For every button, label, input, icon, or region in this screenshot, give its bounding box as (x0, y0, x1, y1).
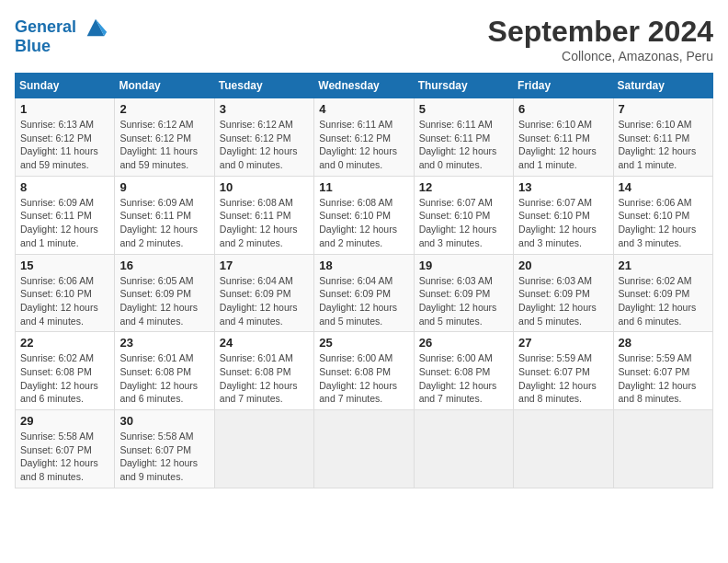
calendar-cell: 29Sunrise: 5:58 AM Sunset: 6:07 PM Dayli… (16, 410, 115, 488)
weekday-header-sunday: Sunday (16, 74, 115, 98)
calendar-cell: 19Sunrise: 6:03 AM Sunset: 6:09 PM Dayli… (414, 254, 513, 332)
calendar-cell: 9Sunrise: 6:09 AM Sunset: 6:11 PM Daylig… (115, 176, 214, 254)
day-number: 10 (220, 180, 309, 194)
calendar-cell (214, 410, 313, 488)
day-number: 11 (319, 180, 408, 194)
day-info: Sunrise: 6:09 AM Sunset: 6:11 PM Dayligh… (119, 196, 209, 250)
calendar-cell: 25Sunrise: 6:00 AM Sunset: 6:08 PM Dayli… (314, 332, 414, 410)
calendar-cell: 10Sunrise: 6:08 AM Sunset: 6:11 PM Dayli… (214, 176, 313, 254)
day-number: 5 (419, 102, 508, 116)
calendar-cell: 30Sunrise: 5:58 AM Sunset: 6:07 PM Dayli… (115, 410, 214, 488)
day-number: 14 (619, 180, 708, 194)
day-info: Sunrise: 5:59 AM Sunset: 6:07 PM Dayligh… (518, 351, 608, 406)
calendar-cell: 4Sunrise: 6:11 AM Sunset: 6:12 PM Daylig… (314, 98, 414, 177)
location-subtitle: Collonce, Amazonas, Peru (488, 49, 713, 63)
calendar-cell (613, 410, 712, 488)
day-info: Sunrise: 6:08 AM Sunset: 6:11 PM Dayligh… (220, 196, 309, 250)
calendar-cell: 1Sunrise: 6:13 AM Sunset: 6:12 PM Daylig… (16, 98, 115, 177)
day-number: 7 (619, 102, 708, 116)
calendar-table: SundayMondayTuesdayWednesdayThursdayFrid… (15, 73, 713, 488)
day-info: Sunrise: 6:11 AM Sunset: 6:12 PM Dayligh… (319, 118, 408, 172)
day-info: Sunrise: 6:07 AM Sunset: 6:10 PM Dayligh… (419, 196, 508, 250)
calendar-week-2: 8Sunrise: 6:09 AM Sunset: 6:11 PM Daylig… (16, 176, 713, 254)
calendar-cell: 6Sunrise: 6:10 AM Sunset: 6:11 PM Daylig… (514, 98, 613, 177)
day-info: Sunrise: 5:59 AM Sunset: 6:07 PM Dayligh… (619, 351, 708, 406)
day-number: 13 (518, 180, 608, 194)
calendar-week-4: 22Sunrise: 6:02 AM Sunset: 6:08 PM Dayli… (16, 332, 713, 410)
calendar-cell: 13Sunrise: 6:07 AM Sunset: 6:10 PM Dayli… (514, 176, 613, 254)
calendar-cell: 18Sunrise: 6:04 AM Sunset: 6:09 PM Dayli… (314, 254, 414, 332)
day-number: 1 (20, 102, 109, 116)
calendar-cell: 3Sunrise: 6:12 AM Sunset: 6:12 PM Daylig… (214, 98, 313, 177)
day-info: Sunrise: 6:10 AM Sunset: 6:11 PM Dayligh… (619, 118, 708, 172)
day-info: Sunrise: 6:04 AM Sunset: 6:09 PM Dayligh… (319, 274, 408, 328)
calendar-cell: 15Sunrise: 6:06 AM Sunset: 6:10 PM Dayli… (16, 254, 115, 332)
day-info: Sunrise: 6:02 AM Sunset: 6:08 PM Dayligh… (20, 351, 109, 406)
page-header: General Blue September 2024 Collonce, Am… (15, 15, 713, 63)
day-number: 20 (518, 259, 608, 272)
day-info: Sunrise: 6:10 AM Sunset: 6:11 PM Dayligh… (518, 118, 608, 172)
day-number: 6 (518, 102, 608, 116)
weekday-header-saturday: Saturday (613, 74, 712, 98)
day-info: Sunrise: 6:03 AM Sunset: 6:09 PM Dayligh… (518, 274, 608, 328)
calendar-cell: 28Sunrise: 5:59 AM Sunset: 6:07 PM Dayli… (613, 332, 712, 410)
day-number: 30 (119, 414, 209, 428)
day-info: Sunrise: 6:11 AM Sunset: 6:11 PM Dayligh… (419, 118, 508, 172)
day-number: 12 (419, 180, 508, 194)
month-title: September 2024 (488, 15, 713, 49)
day-number: 8 (20, 180, 109, 194)
calendar-cell: 16Sunrise: 6:05 AM Sunset: 6:09 PM Dayli… (115, 254, 214, 332)
calendar-cell (514, 410, 613, 488)
day-number: 24 (220, 336, 309, 350)
day-number: 17 (220, 259, 309, 272)
calendar-cell: 24Sunrise: 6:01 AM Sunset: 6:08 PM Dayli… (214, 332, 313, 410)
calendar-cell: 11Sunrise: 6:08 AM Sunset: 6:10 PM Dayli… (314, 176, 414, 254)
calendar-cell: 8Sunrise: 6:09 AM Sunset: 6:11 PM Daylig… (16, 176, 115, 254)
calendar-cell: 20Sunrise: 6:03 AM Sunset: 6:09 PM Dayli… (514, 254, 613, 332)
header-row: SundayMondayTuesdayWednesdayThursdayFrid… (16, 74, 713, 98)
day-number: 23 (119, 336, 209, 350)
day-info: Sunrise: 5:58 AM Sunset: 6:07 PM Dayligh… (20, 430, 109, 484)
day-number: 18 (319, 259, 408, 272)
calendar-cell (414, 410, 513, 488)
day-info: Sunrise: 6:01 AM Sunset: 6:08 PM Dayligh… (119, 351, 209, 406)
day-number: 19 (419, 259, 508, 272)
day-info: Sunrise: 6:08 AM Sunset: 6:10 PM Dayligh… (319, 196, 408, 250)
day-number: 2 (119, 102, 209, 116)
day-number: 25 (319, 336, 408, 350)
weekday-header-friday: Friday (514, 74, 613, 98)
weekday-header-tuesday: Tuesday (214, 74, 313, 98)
calendar-cell: 22Sunrise: 6:02 AM Sunset: 6:08 PM Dayli… (16, 332, 115, 410)
day-info: Sunrise: 6:05 AM Sunset: 6:09 PM Dayligh… (119, 274, 209, 328)
day-info: Sunrise: 5:58 AM Sunset: 6:07 PM Dayligh… (119, 430, 209, 484)
day-info: Sunrise: 6:13 AM Sunset: 6:12 PM Dayligh… (20, 118, 109, 172)
calendar-cell: 12Sunrise: 6:07 AM Sunset: 6:10 PM Dayli… (414, 176, 513, 254)
day-number: 9 (119, 180, 209, 194)
day-number: 4 (319, 102, 408, 116)
day-number: 22 (20, 336, 109, 350)
calendar-cell: 5Sunrise: 6:11 AM Sunset: 6:11 PM Daylig… (414, 98, 513, 177)
day-info: Sunrise: 6:12 AM Sunset: 6:12 PM Dayligh… (220, 118, 309, 172)
day-number: 29 (20, 414, 109, 428)
calendar-cell: 7Sunrise: 6:10 AM Sunset: 6:11 PM Daylig… (613, 98, 712, 177)
calendar-cell: 21Sunrise: 6:02 AM Sunset: 6:09 PM Dayli… (613, 254, 712, 332)
calendar-cell: 2Sunrise: 6:12 AM Sunset: 6:12 PM Daylig… (115, 98, 214, 177)
day-info: Sunrise: 6:00 AM Sunset: 6:08 PM Dayligh… (419, 351, 508, 406)
calendar-cell (314, 410, 414, 488)
day-number: 3 (220, 102, 309, 116)
calendar-week-1: 1Sunrise: 6:13 AM Sunset: 6:12 PM Daylig… (16, 98, 713, 177)
weekday-header-monday: Monday (115, 74, 214, 98)
weekday-header-wednesday: Wednesday (314, 74, 414, 98)
day-info: Sunrise: 6:06 AM Sunset: 6:10 PM Dayligh… (619, 196, 708, 250)
calendar-week-3: 15Sunrise: 6:06 AM Sunset: 6:10 PM Dayli… (16, 254, 713, 332)
day-number: 15 (20, 259, 109, 272)
calendar-cell: 17Sunrise: 6:04 AM Sunset: 6:09 PM Dayli… (214, 254, 313, 332)
day-number: 21 (619, 259, 708, 272)
day-info: Sunrise: 6:03 AM Sunset: 6:09 PM Dayligh… (419, 274, 508, 328)
day-info: Sunrise: 6:02 AM Sunset: 6:09 PM Dayligh… (619, 274, 708, 328)
weekday-header-thursday: Thursday (414, 74, 513, 98)
day-info: Sunrise: 6:04 AM Sunset: 6:09 PM Dayligh… (220, 274, 309, 328)
calendar-cell: 14Sunrise: 6:06 AM Sunset: 6:10 PM Dayli… (613, 176, 712, 254)
title-block: September 2024 Collonce, Amazonas, Peru (488, 15, 713, 63)
day-number: 27 (518, 336, 608, 350)
